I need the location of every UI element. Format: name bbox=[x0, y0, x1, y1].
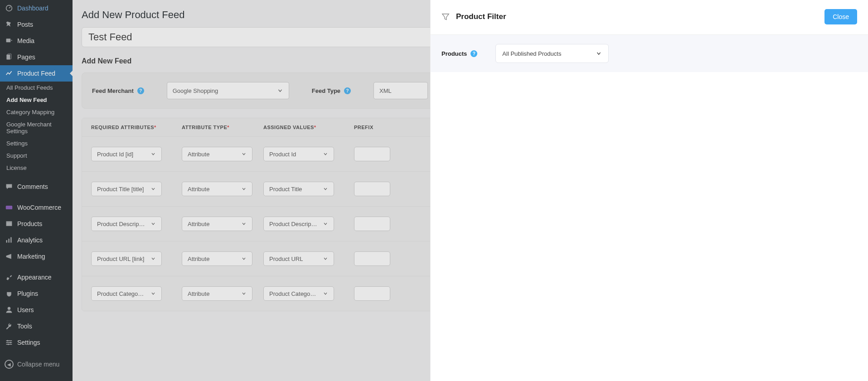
prefix-input[interactable] bbox=[354, 251, 390, 266]
svg-point-14 bbox=[7, 340, 8, 341]
sidebar-label: Tools bbox=[17, 323, 32, 330]
attr-type-select[interactable]: Attribute bbox=[182, 286, 252, 301]
chevron-down-icon bbox=[241, 291, 247, 296]
products-label: Products ? bbox=[441, 50, 477, 57]
chevron-down-icon bbox=[241, 151, 247, 157]
chevron-down-icon bbox=[323, 291, 328, 296]
sidebar-label: Marketing bbox=[17, 253, 45, 260]
sidebar-label: Analytics bbox=[17, 236, 43, 244]
sidebar-item-product-feed[interactable]: Product Feed bbox=[0, 65, 73, 82]
svg-rect-5 bbox=[6, 222, 12, 226]
feed-type-select[interactable]: XML bbox=[373, 82, 428, 99]
col-attribute-type: ATTRIBUTE TYPE bbox=[182, 125, 263, 130]
required-attr-select[interactable]: Product Categories [product_type] bbox=[91, 286, 162, 301]
prefix-input[interactable] bbox=[354, 147, 390, 161]
sidebar-label: Appearance bbox=[17, 274, 52, 281]
prefix-input[interactable] bbox=[354, 182, 390, 196]
sidebar-label: Plugins bbox=[17, 290, 38, 297]
sidebar-label: Dashboard bbox=[17, 5, 48, 12]
attr-type-select[interactable]: Attribute bbox=[182, 217, 252, 231]
help-icon[interactable]: ? bbox=[470, 50, 477, 57]
sidebar-item-users[interactable]: Users bbox=[0, 302, 73, 318]
close-button[interactable]: Close bbox=[824, 9, 857, 24]
sidebar-label: Posts bbox=[17, 21, 33, 28]
sidebar-item-plugins[interactable]: Plugins bbox=[0, 285, 73, 302]
sidebar-item-analytics[interactable]: Analytics bbox=[0, 232, 73, 248]
chevron-down-icon bbox=[150, 151, 156, 157]
sidebar-label: Comments bbox=[17, 183, 48, 190]
sidebar-item-appearance[interactable]: Appearance bbox=[0, 269, 73, 285]
assigned-value-select[interactable]: Product Categories bbox=[263, 286, 334, 301]
svg-point-16 bbox=[8, 343, 9, 345]
chevron-down-icon bbox=[150, 186, 156, 192]
sidebar-item-settings[interactable]: Settings bbox=[0, 334, 73, 351]
svg-point-10 bbox=[8, 307, 10, 310]
sidebar-sub-add-new-feed[interactable]: Add New Feed bbox=[0, 94, 73, 106]
svg-rect-9 bbox=[10, 237, 11, 243]
col-prefix: PREFIX bbox=[354, 125, 408, 130]
attr-type-select[interactable]: Attribute bbox=[182, 147, 252, 161]
assigned-value-select[interactable]: Product Id bbox=[263, 147, 334, 161]
drawer-body: Products ? All Published Products bbox=[431, 35, 868, 72]
svg-point-15 bbox=[10, 342, 11, 343]
filter-icon bbox=[441, 13, 450, 21]
sidebar-item-pages[interactable]: Pages bbox=[0, 49, 73, 65]
pin-icon bbox=[5, 20, 14, 29]
tools-icon bbox=[5, 322, 14, 331]
appearance-icon bbox=[5, 273, 14, 282]
required-attr-select[interactable]: Product Title [title] bbox=[91, 182, 162, 196]
sidebar-item-comments[interactable]: Comments bbox=[0, 178, 73, 195]
products-select[interactable]: All Published Products bbox=[495, 44, 609, 63]
sidebar-item-marketing[interactable]: Marketing bbox=[0, 248, 73, 265]
help-icon[interactable]: ? bbox=[137, 87, 144, 94]
sidebar-label: Settings bbox=[17, 339, 40, 346]
sidebar-label: Media bbox=[17, 37, 34, 44]
chevron-down-icon bbox=[323, 221, 328, 227]
prefix-input[interactable] bbox=[354, 286, 390, 301]
comment-icon bbox=[5, 182, 14, 191]
plugins-icon bbox=[5, 289, 14, 298]
chevron-down-icon bbox=[241, 186, 247, 192]
sidebar-sub-all-feeds[interactable]: All Product Feeds bbox=[0, 82, 73, 94]
admin-sidebar: Dashboard Posts Media Pages Product Feed… bbox=[0, 0, 73, 381]
sidebar-item-products[interactable]: Products bbox=[0, 216, 73, 232]
help-icon[interactable]: ? bbox=[344, 87, 351, 94]
feed-type-label: Feed Type ? bbox=[312, 87, 351, 94]
collapse-menu[interactable]: ◀ Collapse menu bbox=[0, 355, 73, 373]
attr-type-select[interactable]: Attribute bbox=[182, 251, 252, 266]
sidebar-item-tools[interactable]: Tools bbox=[0, 318, 73, 334]
sidebar-item-media[interactable]: Media bbox=[0, 33, 73, 49]
sidebar-label: Pages bbox=[17, 53, 35, 61]
drawer-header: Product Filter Close bbox=[431, 0, 868, 35]
sidebar-item-dashboard[interactable]: Dashboard bbox=[0, 0, 73, 16]
required-attr-select[interactable]: Product Id [id] bbox=[91, 147, 162, 161]
merchant-select[interactable]: Google Shopping bbox=[167, 82, 289, 99]
chevron-down-icon bbox=[596, 50, 602, 57]
assigned-value-select[interactable]: Product Description bbox=[263, 217, 334, 231]
product-filter-drawer: Product Filter Close Products ? All Publ… bbox=[430, 0, 868, 381]
sidebar-sub-google-merchant[interactable]: Google Merchant Settings bbox=[0, 118, 73, 137]
chevron-down-icon bbox=[323, 186, 328, 192]
chevron-down-icon bbox=[150, 221, 156, 227]
sidebar-item-posts[interactable]: Posts bbox=[0, 16, 73, 33]
sidebar-sub-category-mapping[interactable]: Category Mapping bbox=[0, 106, 73, 118]
prefix-input[interactable] bbox=[354, 217, 390, 231]
sidebar-item-woocommerce[interactable]: WooCommerce bbox=[0, 199, 73, 216]
assigned-value-select[interactable]: Product Title bbox=[263, 182, 334, 196]
col-assigned-values: ASSIGNED VALUES bbox=[263, 125, 354, 130]
products-icon bbox=[5, 219, 14, 228]
sidebar-sub-settings[interactable]: Settings bbox=[0, 137, 73, 150]
sidebar-sub-support[interactable]: Support bbox=[0, 150, 73, 162]
required-attr-select[interactable]: Product Description [description] bbox=[91, 217, 162, 231]
settings-icon bbox=[5, 338, 14, 347]
media-icon bbox=[5, 36, 14, 45]
chevron-down-icon bbox=[277, 87, 283, 94]
merchant-label: Feed Merchant ? bbox=[92, 87, 144, 94]
attr-type-select[interactable]: Attribute bbox=[182, 182, 252, 196]
sidebar-label: Products bbox=[17, 220, 42, 227]
assigned-value-select[interactable]: Product URL bbox=[263, 251, 334, 266]
chevron-down-icon bbox=[241, 221, 247, 227]
page-icon bbox=[5, 53, 14, 62]
required-attr-select[interactable]: Product URL [link] bbox=[91, 251, 162, 266]
sidebar-sub-license[interactable]: License bbox=[0, 162, 73, 174]
